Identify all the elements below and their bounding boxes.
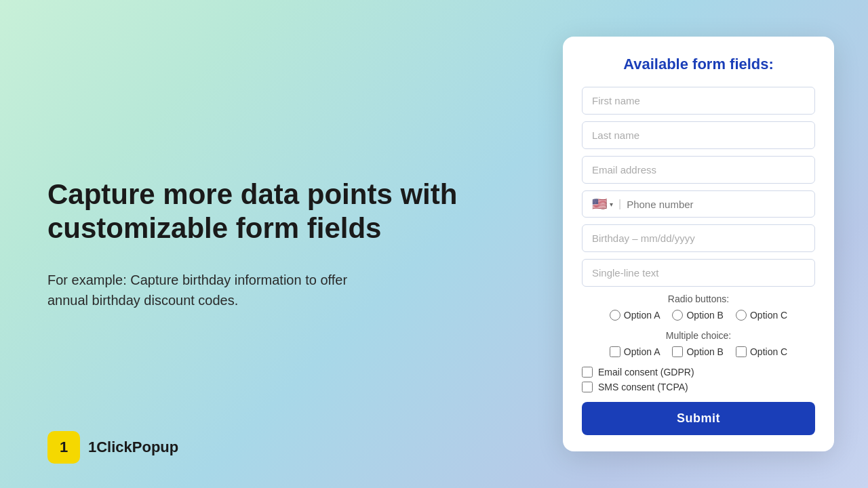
checkbox-section: Multiple choice: Option A Option B Optio… (582, 330, 815, 357)
single-line-input[interactable] (582, 259, 815, 287)
sms-consent-checkbox[interactable] (582, 382, 593, 392)
email-group (582, 156, 815, 184)
sub-text: For example: Capture birthday informatio… (47, 270, 387, 310)
radio-input-b[interactable] (672, 310, 683, 321)
first-name-input[interactable] (582, 87, 815, 115)
radio-section: Radio buttons: Option A Option B Option … (582, 293, 815, 321)
checkbox-label: Multiple choice: (582, 330, 815, 341)
email-consent-label: Email consent (GDPR) (598, 367, 694, 378)
checkbox-option-a[interactable]: Option A (610, 346, 660, 357)
checkbox-input-b[interactable] (672, 346, 683, 357)
submit-button[interactable]: Submit (582, 402, 815, 435)
checkbox-option-c[interactable]: Option C (736, 346, 787, 357)
email-consent-checkbox[interactable] (582, 367, 593, 378)
us-flag-icon: 🇺🇸 (592, 197, 607, 211)
form-title: Available form fields: (582, 56, 815, 73)
sms-consent-label: SMS consent (TCPA) (598, 382, 688, 392)
radio-option-a[interactable]: Option A (610, 310, 660, 321)
brand-name: 1ClickPopup (88, 439, 178, 456)
radio-label-c: Option C (750, 310, 787, 321)
checkbox-options-row: Option A Option B Option C (582, 346, 815, 357)
checkbox-option-b[interactable]: Option B (672, 346, 723, 357)
flag-dropdown-arrow: ▾ (610, 201, 613, 208)
phone-divider: | (618, 198, 621, 210)
birthday-group (582, 224, 815, 252)
brand-icon: 1 (47, 431, 80, 464)
radio-options-row: Option A Option B Option C (582, 310, 815, 321)
email-input[interactable] (582, 156, 815, 184)
radio-label-a: Option A (624, 310, 660, 321)
checkbox-label-c: Option C (750, 346, 787, 357)
last-name-input[interactable] (582, 121, 815, 149)
first-name-group (582, 87, 815, 115)
phone-wrapper: 🇺🇸 ▾ | (582, 190, 815, 218)
radio-input-a[interactable] (610, 310, 620, 321)
birthday-input[interactable] (582, 224, 815, 252)
last-name-group (582, 121, 815, 149)
consent-section: Email consent (GDPR) SMS consent (TCPA) (582, 367, 815, 392)
checkbox-input-c[interactable] (736, 346, 747, 357)
sms-consent-item[interactable]: SMS consent (TCPA) (582, 382, 815, 392)
checkbox-label-b: Option B (686, 346, 723, 357)
single-line-group (582, 259, 815, 287)
phone-input[interactable] (627, 199, 805, 210)
checkbox-input-a[interactable] (610, 346, 620, 357)
radio-option-c[interactable]: Option C (736, 310, 787, 321)
form-card: Available form fields: 🇺🇸 ▾ | Radio butt… (563, 37, 834, 451)
brand-section: 1 1ClickPopup (47, 431, 178, 464)
radio-label: Radio buttons: (582, 293, 815, 304)
email-consent-item[interactable]: Email consent (GDPR) (582, 367, 815, 378)
radio-label-b: Option B (686, 310, 723, 321)
radio-input-c[interactable] (736, 310, 747, 321)
phone-flag[interactable]: 🇺🇸 ▾ (592, 197, 613, 211)
left-section: Capture more data points with customizab… (0, 0, 563, 488)
main-headline: Capture more data points with customizab… (47, 178, 522, 246)
checkbox-label-a: Option A (624, 346, 660, 357)
radio-option-b[interactable]: Option B (672, 310, 723, 321)
phone-group: 🇺🇸 ▾ | (582, 190, 815, 218)
